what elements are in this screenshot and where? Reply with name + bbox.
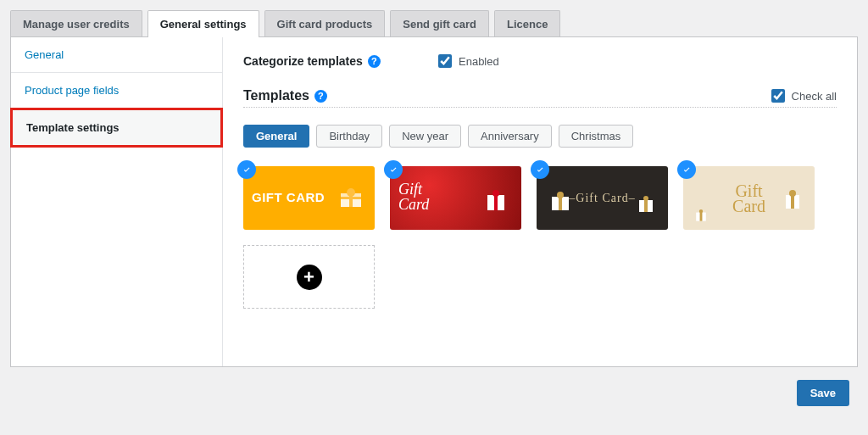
help-icon[interactable]: ? [314, 90, 327, 103]
card-text: GIFT CARD [252, 190, 325, 204]
templates-title-wrap: Templates ? [243, 88, 327, 103]
settings-panel: General Product page fields Template set… [10, 36, 858, 367]
footer: Save [10, 368, 858, 411]
chip-birthday[interactable]: Birthday [316, 125, 382, 148]
tab-manage-user-credits[interactable]: Manage user credits [10, 10, 142, 37]
main-tabs: Manage user credits General settings Gif… [10, 10, 858, 37]
templates-section-header: Templates ? Check all [243, 88, 837, 108]
svg-point-4 [347, 188, 355, 197]
sidebar-item-product-page-fields[interactable]: Product page fields [11, 73, 222, 109]
tab-licence[interactable]: Licence [494, 10, 560, 37]
add-template-button[interactable]: + [243, 245, 375, 309]
sidebar-item-template-settings[interactable]: Template settings [10, 108, 223, 148]
help-icon[interactable]: ? [368, 55, 381, 68]
gift-icon [631, 185, 661, 215]
svg-rect-12 [644, 200, 648, 212]
checkall-label: Check all [792, 90, 837, 103]
categorize-label-text: Categorize templates [243, 54, 363, 68]
settings-sidebar: General Product page fields Template set… [11, 37, 223, 366]
templates-title: Templates [243, 88, 309, 103]
checkall-wrap[interactable]: Check all [771, 89, 837, 103]
categorize-enabled-label: Enabled [459, 55, 499, 68]
categorize-checkbox-wrap[interactable]: Enabled [438, 54, 499, 68]
svg-rect-6 [494, 195, 498, 210]
template-card[interactable]: Gift Card [683, 166, 815, 230]
categorize-label: Categorize templates ? [243, 54, 438, 68]
svg-point-19 [699, 209, 703, 213]
template-card[interactable]: Gift Card [390, 166, 521, 230]
category-chips: General Birthday New year Anniversary Ch… [243, 125, 837, 148]
gift-icon [690, 203, 712, 225]
sidebar-item-general[interactable]: General [11, 37, 222, 73]
check-badge-icon [677, 160, 696, 179]
svg-rect-18 [700, 213, 703, 221]
svg-point-7 [492, 190, 499, 197]
content-area: Categorize templates ? Enabled Templates… [223, 37, 857, 366]
check-badge-icon [531, 160, 549, 179]
gift-icon [481, 183, 511, 214]
categorize-row: Categorize templates ? Enabled [243, 54, 837, 68]
chip-anniversary[interactable]: Anniversary [468, 125, 552, 148]
chip-christmas[interactable]: Christmas [559, 125, 634, 148]
tab-general-settings[interactable]: General settings [147, 10, 259, 37]
checkall-checkbox[interactable] [771, 89, 785, 103]
check-badge-icon [384, 160, 403, 179]
gift-icon [336, 181, 366, 212]
tab-send-gift-card[interactable]: Send gift card [390, 10, 489, 37]
card-text: Gift Card [398, 181, 429, 212]
svg-point-13 [643, 196, 648, 201]
tab-gift-card-products[interactable]: Gift card products [264, 10, 386, 37]
plus-icon: + [297, 265, 322, 290]
categorize-checkbox[interactable] [438, 54, 452, 68]
chip-general[interactable]: General [243, 125, 309, 148]
svg-rect-3 [341, 197, 361, 199]
template-cards: GIFT CARD Gift Card –Gift Card– [243, 166, 837, 230]
save-button[interactable]: Save [797, 380, 849, 406]
chip-new-year[interactable]: New year [389, 125, 461, 148]
template-card[interactable]: –Gift Card– [537, 166, 668, 230]
template-card[interactable]: GIFT CARD [243, 166, 375, 230]
check-badge-icon [237, 160, 256, 179]
